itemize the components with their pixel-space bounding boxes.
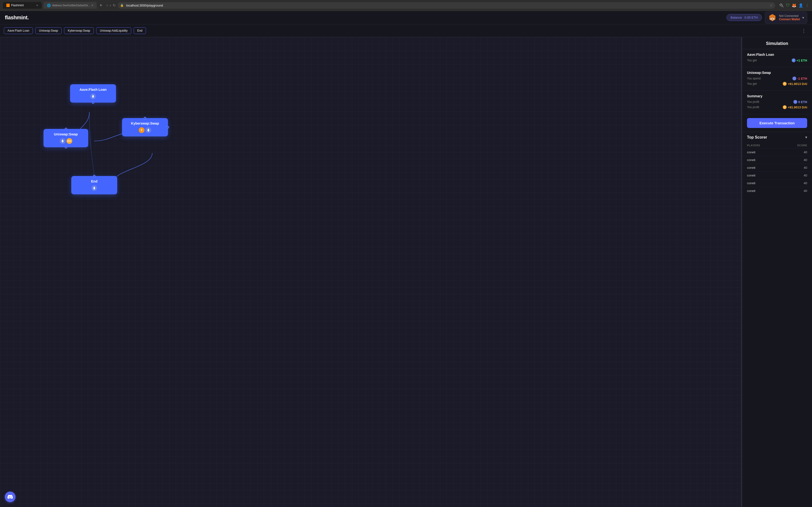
top-nav: flashmint. Balance 0.00 ETH Not Connecte… [0,11,812,24]
node-end[interactable]: End [71,176,117,194]
simulation-title: Simulation [742,37,812,49]
browser-menu[interactable]: ⋮ [805,3,809,8]
sim-label-uniswap-get: You get [747,82,757,86]
token-eth-icon-kyber [146,127,151,133]
refresh-button[interactable]: ↻ [113,3,116,7]
node-aave-label: Aave:Flash Loan [80,88,107,92]
logo: flashmint. [5,14,29,21]
toolbar-btn-end[interactable]: End [134,27,146,34]
wallet-section[interactable]: Not Connected Connect Wallet ▾ [765,12,807,24]
sim-value-summary-dai: D +91.9013 DAI [783,105,807,109]
panel-resize-handle[interactable] [741,37,742,507]
sim-block-aave-title: Aave:Flash Loan [747,53,807,56]
canvas-area[interactable]: Aave:Flash Loan Uniswap:Swap DAI [0,37,741,507]
scorer-header[interactable]: Top Scorer ▾ [742,132,812,143]
sim-value-summary-eth: Ξ 0 ETH [794,100,807,104]
scorer-cell-score: 40 [779,164,812,172]
sim-label-summary-eth: You profit [747,100,759,104]
sim-row-summary-dai: You profit D +91.9013 DAI [747,105,807,109]
node-uniswap-conn-bottom [65,146,67,149]
sim-value-uniswap-get: D +91.9013 DAI [783,82,807,86]
scorer-cell-player: coneti [742,149,779,156]
secure-icon: 🔒 [120,4,124,7]
node-kyberswap-swap[interactable]: Kyberswap:Swap ₿ [122,118,168,136]
node-uniswap-conn-top [65,128,67,130]
sim-block-uniswap: Uniswap:Swap You spend Ξ -1 ETH You get … [742,67,812,91]
balance-label: Balance [730,16,742,19]
node-end-label: End [91,179,97,183]
scorer-cell-score: 40 [779,179,812,187]
new-tab-button[interactable]: + [100,3,102,8]
back-button[interactable]: ‹ [107,3,108,7]
tab-close-address[interactable]: × [91,3,93,7]
scorer-cell-score: 40 [779,149,812,156]
eth-icon-small-3: Ξ [794,100,797,104]
scorer-cell-player: coneti [742,164,779,172]
url-input[interactable] [125,3,768,8]
tab-address[interactable]: 🌐 Address 0xe41e8de32a5a42d... × [44,2,97,9]
scorer-row: coneti 40 [742,172,812,179]
tab-icon-address: 🌐 [47,4,51,7]
svg-marker-9 [61,139,63,142]
scorer-col-score: SCORE [779,143,812,149]
svg-point-5 [771,17,772,17]
scorer-chevron-icon: ▾ [805,135,807,139]
scorer-cell-player: coneti [742,172,779,179]
balance-value: 0.00 ETH [745,16,758,19]
tab-close-flashmint[interactable]: × [36,3,38,7]
sim-row-uniswap-spend: You spend Ξ -1 ETH [747,76,807,80]
metamask-icon [768,13,777,22]
scorer-title: Top Scorer [747,135,767,139]
tab-flashmint[interactable]: Flashmint × [3,2,42,9]
scorer-table: PLAYERS SCORE coneti 40 coneti 40 coneti… [742,143,812,194]
wallet-connect-label[interactable]: Connect Wallet [779,18,800,21]
sim-label-summary-dai: You profit [747,106,759,109]
toolbar-btn-aave-flash-loan[interactable]: Aave:Flash Loan [4,27,33,34]
toolbar: Aave:Flash Loan Uniswap:Swap Kyberswap:S… [0,24,812,37]
browser-chrome: Flashmint × 🌐 Address 0xe41e8de32a5a42d.… [0,0,812,11]
discord-button[interactable] [5,492,15,502]
wallet-info: Not Connected Connect Wallet [779,14,800,21]
app-container: flashmint. Balance 0.00 ETH Not Connecte… [0,11,812,507]
svg-marker-13 [93,186,95,189]
top-scorer-section: Top Scorer ▾ PLAYERS SCORE coneti 40 con… [742,132,812,197]
sim-row-uniswap-get: You get D +91.9013 DAI [747,82,807,86]
token-eth-icon-end [91,185,97,191]
node-end-conn-top [93,175,95,177]
extension-icon-1[interactable]: 🔌 [779,3,784,8]
sim-block-summary-title: Summary [747,94,807,98]
tab-favicon-flashmint [6,4,10,7]
node-kyberswap-conn-right [167,126,169,128]
scorer-row: coneti 40 [742,179,812,187]
more-options-button[interactable]: ⋮ [800,27,808,35]
toolbar-btn-uniswap-add-liquidity[interactable]: Uniswap:AddLiquidity [96,27,131,34]
extension-icon-3[interactable]: 🦊 [792,3,797,8]
node-uniswap-swap[interactable]: Uniswap:Swap DAI [44,129,88,147]
eth-icon-small: Ξ [792,58,796,62]
sim-block-summary: Summary You profit Ξ 0 ETH You profit D … [742,91,812,114]
node-aave-conn-bottom [92,101,94,104]
scorer-row: coneti 40 [742,156,812,164]
token-dai-icon-uni: DAI [66,138,72,144]
svg-point-6 [773,17,773,17]
sim-label-aave-get: You get [747,59,757,62]
star-icon[interactable]: ☆ [770,3,773,7]
sim-row-summary-eth: You profit Ξ 0 ETH [747,100,807,104]
token-btc-icon: ₿ [139,127,145,133]
main-content: Aave:Flash Loan Uniswap:Swap DAI [0,37,812,507]
extension-icon-4[interactable]: 👤 [799,3,803,8]
node-end-icons [91,185,97,191]
token-eth-icon [90,94,96,99]
forward-button[interactable]: › [110,3,111,7]
url-bar[interactable]: 🔒 ☆ [118,2,775,9]
scorer-row: coneti 40 [742,164,812,172]
execute-transaction-button[interactable]: Execute Transaction [747,118,807,128]
tab-label-address: Address 0xe41e8de32a5a42d... [52,4,90,7]
scorer-cell-player: coneti [742,179,779,187]
extension-icon-2[interactable]: 🛡 [786,3,790,7]
scorer-cell-score: 40 [779,156,812,164]
node-aave-flash-loan[interactable]: Aave:Flash Loan [70,84,116,103]
svg-marker-7 [92,95,94,97]
toolbar-btn-kyberswap-swap[interactable]: Kyberswap:Swap [64,27,94,34]
toolbar-btn-uniswap-swap[interactable]: Uniswap:Swap [35,27,62,34]
